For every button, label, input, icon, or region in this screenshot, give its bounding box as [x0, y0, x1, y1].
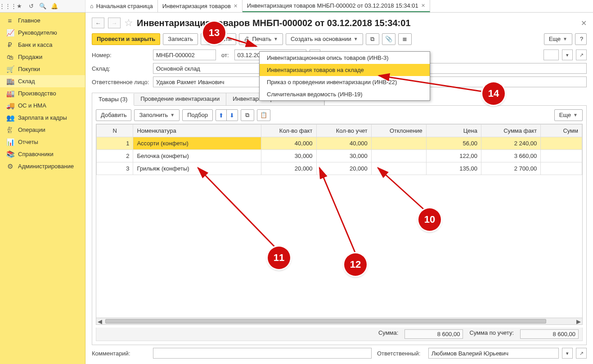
column-header[interactable]: N	[97, 125, 133, 137]
sidebar-item[interactable]: 🏭Производство	[0, 87, 85, 99]
print-dropdown: Инвентаризационная опись товаров (ИНВ-3)…	[259, 51, 430, 101]
printer-icon: 🖨	[244, 35, 250, 43]
star-icon[interactable]: ★	[14, 1, 24, 11]
comment-field[interactable]	[153, 348, 372, 359]
column-header[interactable]: Цена	[426, 125, 481, 137]
close-icon[interactable]: ✕	[234, 3, 238, 9]
sidebar-icon: ⚙	[6, 162, 13, 171]
sidebar-item[interactable]: ⚙Администрирование	[0, 160, 85, 172]
chevron-down-icon: ▼	[563, 35, 567, 43]
print-menu-item[interactable]: Инвентаризационная опись товаров (ИНВ-3)	[260, 52, 430, 64]
copy-rows-button[interactable]: ⧉	[241, 109, 254, 121]
sidebar-label: Руководителю	[18, 29, 57, 36]
sidebar-label: Главное	[18, 17, 40, 24]
attach-icon-button[interactable]: 📎	[382, 33, 395, 45]
chevron-down-icon: ▼	[573, 111, 578, 119]
sidebar-label: Операции	[18, 126, 45, 133]
tab-label: Инвентаризация товаров МНБП-000002 от 03…	[247, 2, 418, 9]
favorite-icon[interactable]: ☆	[124, 17, 133, 29]
forward-button[interactable]: →	[108, 18, 121, 28]
sidebar-item[interactable]: 📈Руководителю	[0, 27, 85, 39]
dropdown-icon[interactable]: ▾	[562, 49, 573, 60]
tab-home[interactable]: ⌂ Начальная страница	[85, 0, 158, 12]
list-icon-button[interactable]: ≣	[398, 33, 412, 45]
sidebar: ≡Главное📈Руководителю₽Банк и касса🛍Прода…	[0, 13, 85, 364]
tab-inventory-doc[interactable]: Инвентаризация товаров МНБП-000002 от 03…	[243, 0, 430, 12]
sidebar-icon: 🛍	[6, 53, 13, 61]
close-icon[interactable]: ✕	[581, 19, 587, 27]
more-button[interactable]: Еще ▼	[544, 33, 572, 45]
sidebar-item[interactable]: 👥Зарплата и кадры	[0, 112, 85, 124]
sidebar-label: ОС и НМА	[18, 102, 46, 109]
sidebar-item[interactable]: ≡Главное	[0, 14, 85, 27]
search-icon[interactable]: 🔍	[38, 1, 48, 11]
sum-field	[404, 329, 463, 339]
extra-field[interactable]	[544, 49, 559, 60]
sidebar-item[interactable]: 🛒Покупки	[0, 63, 85, 75]
sidebar-item[interactable]: 📊Отчеты	[0, 136, 85, 148]
column-header[interactable]: Номенклатура	[133, 125, 261, 137]
sidebar-icon: 🚚	[6, 102, 13, 110]
horizontal-scrollbar[interactable]: ◀▶	[96, 318, 582, 324]
column-header[interactable]: Сумма факт	[481, 125, 541, 137]
page-title: Инвентаризация товаров МНБП-000002 от 03…	[137, 18, 411, 28]
create-based-button[interactable]: Создать на основании ▼	[286, 33, 363, 45]
footer-resp-field[interactable]	[428, 348, 559, 359]
post-close-button[interactable]: Провести и закрыть	[92, 33, 160, 45]
paste-rows-button[interactable]: 📋	[257, 109, 270, 121]
dropdown-icon[interactable]: ▾	[562, 348, 573, 359]
copy-icon-button[interactable]: ⧉	[366, 33, 379, 45]
tab-inventory-list[interactable]: Инвентаризация товаров ✕	[158, 0, 243, 12]
sidebar-item[interactable]: 🚚ОС и НМА	[0, 99, 85, 112]
sidebar-item[interactable]: 📚Справочники	[0, 148, 85, 160]
table-row[interactable]: 2Белочка (конфеты)30,00030,000122,003 66…	[97, 150, 582, 162]
close-icon[interactable]: ✕	[421, 3, 425, 9]
open-icon[interactable]: ↗	[576, 49, 587, 60]
totals-bar: Сумма: Сумма по учету:	[96, 328, 583, 341]
table-row[interactable]: 3Грильяж (конфеты)20,00020,000135,002 70…	[97, 162, 582, 175]
callout-12: 12	[344, 253, 367, 276]
sidebar-icon: 📊	[6, 138, 13, 146]
sidebar-label: Продажи	[18, 54, 42, 60]
column-header[interactable]: Кол-во факт	[261, 125, 316, 137]
history-icon[interactable]: ↺	[26, 1, 36, 11]
sidebar-label: Зарплата и кадры	[18, 114, 67, 121]
footer-resp-label: Ответственный:	[375, 350, 425, 357]
sidebar-label: Администрирование	[18, 163, 74, 170]
sidebar-label: Справочники	[18, 151, 54, 157]
move-down-button[interactable]: ⬇	[227, 110, 238, 121]
sidebar-item[interactable]: 🛍Продажи	[0, 51, 85, 63]
callout-14: 14	[482, 82, 505, 105]
goods-table[interactable]: NНоменклатураКол-во фактКол-во учетОткло…	[96, 124, 583, 325]
sidebar-label: Производство	[18, 90, 56, 97]
open-icon[interactable]: ↗	[576, 348, 587, 359]
back-button[interactable]: ←	[92, 18, 104, 28]
print-menu-item[interactable]: Приказ о проведении инвентаризации (ИНВ-…	[260, 76, 430, 88]
subtab-conduct[interactable]: Проведение инвентаризации	[134, 93, 226, 105]
move-up-button[interactable]: ⬆	[216, 110, 227, 121]
print-button[interactable]: 🖨 Печать ▼	[239, 33, 283, 45]
bell-icon[interactable]: 🔔	[49, 1, 59, 11]
home-icon: ⌂	[90, 3, 94, 9]
column-header[interactable]: Сумм	[541, 125, 582, 137]
sidebar-item[interactable]: Дт КтОперации	[0, 124, 85, 136]
column-header[interactable]: Кол-во учет	[316, 125, 371, 137]
table-row[interactable]: 1Ассорти (конфеты)40,00040,00056,002 240…	[97, 137, 582, 150]
grid-more-button[interactable]: Еще ▼	[554, 109, 583, 121]
callout-13: 13	[203, 22, 225, 44]
print-menu-item[interactable]: Сличительная ведомость (ИНВ-19)	[260, 88, 430, 100]
apps-icon[interactable]: ⋮⋮⋮	[3, 1, 13, 11]
add-button[interactable]: Добавить	[96, 109, 131, 121]
number-field[interactable]	[153, 49, 216, 60]
fill-button[interactable]: Заполнить ▼	[134, 109, 180, 121]
chevron-down-icon: ▼	[170, 111, 175, 119]
write-button[interactable]: Записать	[163, 33, 198, 45]
sidebar-item[interactable]: ₽Банк и касса	[0, 39, 85, 51]
pick-button[interactable]: Подбор	[182, 109, 213, 121]
column-header[interactable]: Отклонение	[371, 125, 426, 137]
help-button[interactable]: ?	[575, 33, 587, 45]
print-menu-item[interactable]: Инвентаризация товаров на складе	[260, 64, 430, 76]
from-label: от:	[220, 52, 231, 58]
sidebar-item[interactable]: 🏬Склад	[0, 75, 85, 87]
subtab-goods[interactable]: Товары (3)	[92, 94, 134, 106]
